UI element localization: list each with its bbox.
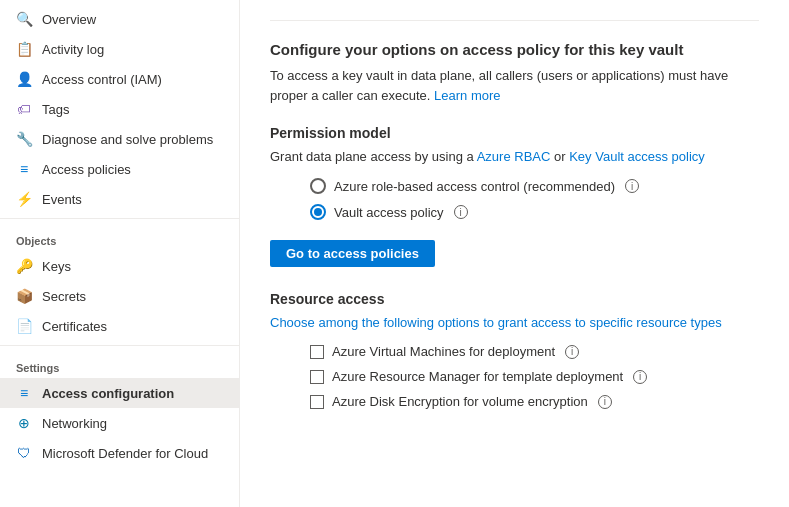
go-to-access-policies-button[interactable]: Go to access policies [270, 240, 435, 267]
main-content: Configure your options on access policy … [240, 0, 789, 507]
checkbox-disk-label: Azure Disk Encryption for volume encrypt… [332, 394, 588, 409]
checkbox-arm-label: Azure Resource Manager for template depl… [332, 369, 623, 384]
access-control-icon: 👤 [16, 71, 32, 87]
radio-rbac[interactable]: Azure role-based access control (recomme… [310, 178, 759, 194]
checkbox-vm-label: Azure Virtual Machines for deployment [332, 344, 555, 359]
sidebar-item-networking[interactable]: ⊕ Networking [0, 408, 239, 438]
sidebar-label-activity-log: Activity log [42, 42, 104, 57]
learn-more-link[interactable]: Learn more [434, 88, 500, 103]
sidebar-item-access-control[interactable]: 👤 Access control (IAM) [0, 64, 239, 94]
networking-icon: ⊕ [16, 415, 32, 431]
radio-circle-rbac [310, 178, 326, 194]
resource-access-checkboxes: Azure Virtual Machines for deployment i … [310, 344, 759, 409]
sidebar-item-defender[interactable]: 🛡 Microsoft Defender for Cloud [0, 438, 239, 468]
checkbox-box-arm [310, 370, 324, 384]
perm-desc-text2: or [554, 149, 569, 164]
rbac-info-icon[interactable]: i [625, 179, 639, 193]
resource-access-desc: Choose among the following options to gr… [270, 315, 759, 330]
sidebar-item-diagnose[interactable]: 🔧 Diagnose and solve problems [0, 124, 239, 154]
sidebar-label-certificates: Certificates [42, 319, 107, 334]
sidebar-label-access-configuration: Access configuration [42, 386, 174, 401]
perm-desc-text1: Grant data plane access by using a [270, 149, 474, 164]
checkbox-arm[interactable]: Azure Resource Manager for template depl… [310, 369, 759, 384]
sidebar-label-access-policies: Access policies [42, 162, 131, 177]
sidebar-label-defender: Microsoft Defender for Cloud [42, 446, 208, 461]
sidebar-label-diagnose: Diagnose and solve problems [42, 132, 213, 147]
disk-info-icon[interactable]: i [598, 395, 612, 409]
sidebar-label-events: Events [42, 192, 82, 207]
radio-rbac-label: Azure role-based access control (recomme… [334, 179, 615, 194]
permission-radio-group: Azure role-based access control (recomme… [310, 178, 759, 220]
sidebar-label-keys: Keys [42, 259, 71, 274]
divider-1 [0, 218, 239, 219]
sidebar-item-access-policies[interactable]: ≡ Access policies [0, 154, 239, 184]
events-icon: ⚡ [16, 191, 32, 207]
radio-vault-label: Vault access policy [334, 205, 444, 220]
top-desc: To access a key vault in data plane, all… [270, 66, 759, 105]
radio-vault[interactable]: Vault access policy i [310, 204, 759, 220]
sidebar-label-overview: Overview [42, 12, 96, 27]
activity-log-icon: 📋 [16, 41, 32, 57]
defender-icon: 🛡 [16, 445, 32, 461]
sidebar-item-events[interactable]: ⚡ Events [0, 184, 239, 214]
vm-info-icon[interactable]: i [565, 345, 579, 359]
permission-model-desc: Grant data plane access by using a Azure… [270, 149, 759, 164]
certificates-icon: 📄 [16, 318, 32, 334]
vault-info-icon[interactable]: i [454, 205, 468, 219]
sidebar-item-activity-log[interactable]: 📋 Activity log [0, 34, 239, 64]
sidebar-item-overview[interactable]: 🔍 Overview [0, 4, 239, 34]
divider-2 [0, 345, 239, 346]
resource-access-title: Resource access [270, 291, 759, 307]
checkbox-disk[interactable]: Azure Disk Encryption for volume encrypt… [310, 394, 759, 409]
access-config-icon: ≡ [16, 385, 32, 401]
settings-section-label: Settings [0, 350, 239, 378]
azure-rbac-link[interactable]: Azure RBAC [477, 149, 551, 164]
diagnose-icon: 🔧 [16, 131, 32, 147]
top-divider [270, 20, 759, 21]
checkbox-box-disk [310, 395, 324, 409]
sidebar-label-networking: Networking [42, 416, 107, 431]
sidebar-label-access-control: Access control (IAM) [42, 72, 162, 87]
radio-circle-vault [310, 204, 326, 220]
sidebar-item-certificates[interactable]: 📄 Certificates [0, 311, 239, 341]
key-vault-policy-link[interactable]: Key Vault access policy [569, 149, 705, 164]
overview-icon: 🔍 [16, 11, 32, 27]
access-policies-icon: ≡ [16, 161, 32, 177]
secrets-icon: 📦 [16, 288, 32, 304]
sidebar-label-tags: Tags [42, 102, 69, 117]
sidebar-item-keys[interactable]: 🔑 Keys [0, 251, 239, 281]
checkbox-vm[interactable]: Azure Virtual Machines for deployment i [310, 344, 759, 359]
sidebar: 🔍 Overview 📋 Activity log 👤 Access contr… [0, 0, 240, 507]
sidebar-item-secrets[interactable]: 📦 Secrets [0, 281, 239, 311]
keys-icon: 🔑 [16, 258, 32, 274]
checkbox-box-vm [310, 345, 324, 359]
top-title: Configure your options on access policy … [270, 41, 759, 58]
objects-section-label: Objects [0, 223, 239, 251]
arm-info-icon[interactable]: i [633, 370, 647, 384]
sidebar-label-secrets: Secrets [42, 289, 86, 304]
sidebar-item-access-configuration[interactable]: ≡ Access configuration [0, 378, 239, 408]
tags-icon: 🏷 [16, 101, 32, 117]
permission-model-title: Permission model [270, 125, 759, 141]
sidebar-item-tags[interactable]: 🏷 Tags [0, 94, 239, 124]
